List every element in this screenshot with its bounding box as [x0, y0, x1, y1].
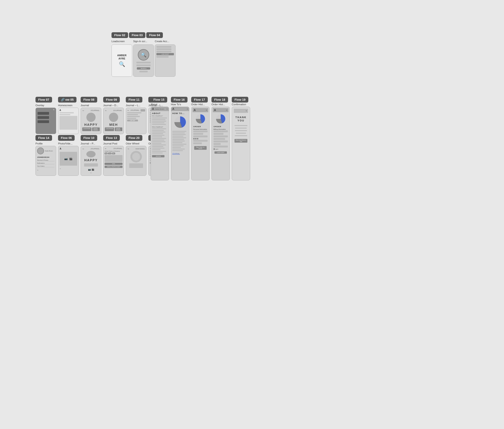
journal-btn-row2: LOCATION ODOR WHEEL [105, 127, 122, 131]
photo-letter: A [60, 147, 77, 150]
tag3: Bay [112, 152, 115, 154]
flow11-badge[interactable]: Flow 11 [126, 97, 142, 103]
use-map-btn[interactable]: USE MAP [127, 120, 138, 121]
back-icon6[interactable]: ← [127, 147, 130, 150]
create-acc-input2 [156, 48, 171, 50]
back-icon5[interactable]: ← [127, 109, 129, 112]
flow14-frame: Nadia Brown JOHNDOE104 Security & Privac… [35, 146, 56, 176]
flow04-label: Create Acc... [155, 40, 176, 43]
overlay-btn3 [37, 120, 49, 123]
photo-content: 📷 🎬 [60, 152, 77, 166]
journal-nav: ← JOURNAL [82, 109, 100, 112]
journal-label3: JOURNAL [113, 110, 122, 111]
tag2: Log [108, 152, 111, 154]
odorwheel-btn2[interactable]: ODOR WHEEL [115, 127, 122, 131]
create-acc-input1 [156, 46, 171, 48]
flow09-frame: ← JOURNAL MEH LOCATION ODOR WHEEL [103, 107, 124, 134]
order18-header: A ≡ [213, 108, 229, 112]
camera-icon2: 📷 [88, 168, 91, 171]
order17-letter: A [194, 108, 196, 112]
save-btn[interactable]: SAVE [105, 163, 123, 165]
flowow05-badge[interactable]: 🔗 ow 05 [58, 97, 77, 103]
order18-nav-icon: ≡ [226, 109, 227, 111]
tag1: Big [105, 152, 107, 154]
flow03-badge[interactable]: Flow 03 [129, 32, 146, 38]
flow16-label: How To's [171, 103, 181, 106]
odor-content [129, 163, 143, 168]
howto-letter: A [172, 107, 174, 111]
archive-btn[interactable]: ARCHIVE [152, 155, 164, 157]
flow19-label: Confirmation [232, 103, 246, 106]
signin-extra [139, 71, 148, 72]
odor-wheel-label: ODOR WHEEL [135, 148, 145, 150]
profile-avatar [37, 147, 44, 154]
flow17-badge[interactable]: Flow 17 [191, 97, 208, 103]
flow18-badge[interactable]: Flow 18 [212, 97, 228, 103]
flow09-badge[interactable]: Flow 09 [103, 97, 120, 103]
tag-row: Big Log Bay [105, 152, 123, 154]
journal-btn-row: LOCATION ODOR WHEEL [82, 127, 100, 131]
flow02-label: Loadscreen [112, 40, 132, 43]
menu-orders: Your Orders [37, 165, 55, 167]
back-icon2[interactable]: ← [82, 147, 85, 150]
journal-nav2: ← JOURNAL [82, 147, 100, 150]
odorwheel-btn[interactable]: ODOR WHEEL [92, 127, 100, 131]
journal-label2: JOURNAL [90, 148, 100, 150]
close-icon[interactable]: ✕ [53, 109, 55, 111]
create-account-btn[interactable]: LOAD SCENT [156, 53, 174, 55]
flow15-badge[interactable]: Flow 15 [151, 97, 167, 103]
flow19-badge[interactable]: Flow 19 [232, 97, 248, 103]
flow13-badge[interactable]: Flow 13 [103, 135, 120, 141]
flow06-badge[interactable]: Flow 06 [58, 135, 75, 141]
flow18-label: Order Hist... [212, 103, 225, 106]
checkbox-row2: agree [213, 148, 229, 150]
journal-label4: JOURNAL [113, 148, 123, 149]
about-nav-icon: ≡ [167, 108, 168, 110]
flow20-frame: ← ODOR WHEEL [126, 146, 147, 176]
order17-header: A ≡ [193, 108, 208, 112]
place-order-btn[interactable]: Place Order / re-reorder [194, 146, 207, 150]
what-smell-btn[interactable]: What Smell World to read [234, 139, 248, 143]
minus-icon[interactable]: − [37, 169, 55, 171]
pie-chart [174, 116, 186, 128]
howto-title: HOW TO... [172, 112, 188, 115]
location-btn[interactable]: LOCATION [82, 127, 91, 131]
menu-security: Security & Privacy [37, 159, 55, 161]
flow14-badge[interactable]: Flow 14 [35, 135, 52, 141]
journal-content [84, 163, 98, 167]
flow15-frame: A Nadia Brown ≡ ABOUT Who is NadiaBrown?… [151, 107, 169, 180]
flow07-label: Overlay [35, 104, 44, 107]
flow10-badge[interactable]: Flow 10 [81, 135, 97, 141]
create-scent-btn[interactable]: SAVE & CREATE SCENT [105, 166, 123, 168]
journal-link[interactable]: JOURNAL [172, 153, 188, 154]
dropdown[interactable] [141, 109, 145, 112]
flow16-badge[interactable]: Flow 16 [171, 97, 187, 103]
signin-input1 [136, 62, 150, 63]
search-btn[interactable]: SEARCH [137, 67, 150, 70]
video-icon: 🎬 [69, 157, 72, 160]
load-scent-btn[interactable]: LOAD SCENT [214, 151, 227, 154]
flow07-badge[interactable]: Flow 07 [35, 97, 52, 103]
howto-header: A ≡ [171, 107, 189, 111]
back-icon4[interactable]: ← [105, 147, 107, 150]
thankyou-title: THANK YOU [234, 116, 248, 122]
flow02-badge[interactable]: Flow 02 [112, 32, 128, 38]
location-btn2[interactable]: LOCATION [105, 127, 114, 131]
flow20-badge[interactable]: Flow 20 [126, 135, 142, 141]
flow14-label: Profile [35, 142, 43, 145]
flow04-badge[interactable]: Flow 04 [146, 32, 163, 38]
flow19-frame: ≡ THANK YOU What Smell World to read [232, 107, 250, 180]
homescreen-letter: A [59, 109, 77, 112]
flow03-frame: 🔍 SEARCH [133, 45, 154, 77]
back-icon3[interactable]: ← [105, 109, 107, 112]
journal-nav4: ← JOURNAL [105, 147, 123, 150]
confirm-nav-icon: ≡ [246, 110, 247, 112]
video-icon2: 🎬 [91, 168, 94, 171]
back-icon[interactable]: ← [82, 109, 85, 112]
minus-icon2[interactable]: − [60, 168, 77, 170]
minus-icon3[interactable]: − [90, 172, 92, 174]
flow08-badge[interactable]: Flow 08 [81, 97, 97, 103]
flow16-frame: A ≡ HOW TO... [171, 107, 189, 180]
flow13-frame: ← JOURNAL United States of America Big L… [103, 146, 124, 176]
about-header: A Nadia Brown ≡ [151, 107, 169, 111]
